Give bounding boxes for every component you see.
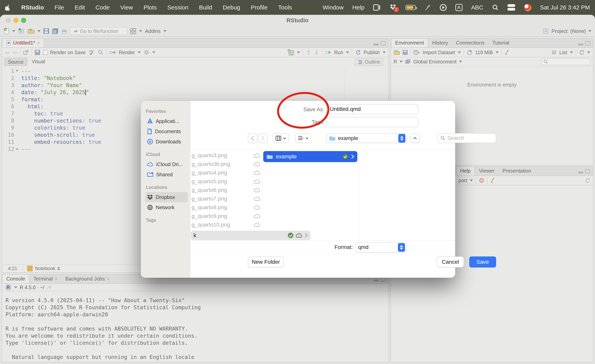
- forward-icon[interactable]: ⇨: [12, 49, 17, 56]
- menu-item-plots[interactable]: Plots: [143, 4, 157, 11]
- fold-up-icon[interactable]: [16, 148, 19, 150]
- up-folder-button[interactable]: [410, 134, 420, 143]
- menu-item-session[interactable]: Session: [167, 4, 188, 11]
- file-row[interactable]: g_quarto7.png!: [190, 194, 262, 203]
- file-row[interactable]: g_quarto8.png!: [190, 203, 262, 212]
- refresh-caret[interactable]: [587, 51, 590, 53]
- save-icon[interactable]: [43, 28, 49, 34]
- global-environment-caret[interactable]: [459, 61, 462, 63]
- menu-clock[interactable]: Sat Jul 26 3:42 PM: [540, 4, 590, 11]
- import-dataset-button[interactable]: Import Dataset: [423, 50, 455, 55]
- memory-usage-label[interactable]: 119 MiB: [475, 50, 493, 55]
- colorful-app-icon[interactable]: [524, 4, 531, 11]
- run-caret[interactable]: [346, 51, 349, 53]
- language-caret[interactable]: [399, 61, 403, 63]
- tab-presentation[interactable]: Presentation: [498, 166, 535, 176]
- environment-minmax[interactable]: [578, 41, 590, 45]
- panes-caret[interactable]: [139, 30, 142, 32]
- settings-caret[interactable]: [152, 51, 155, 53]
- sidecar-icon[interactable]: [373, 4, 381, 11]
- refresh-icon[interactable]: [579, 50, 584, 55]
- run-icon[interactable]: [325, 50, 331, 55]
- tab-console[interactable]: Console: [2, 274, 29, 283]
- save-all-icon[interactable]: [52, 28, 58, 34]
- env-open-icon[interactable]: [394, 50, 400, 55]
- tab-help[interactable]: Help: [456, 166, 475, 176]
- format-selector[interactable]: qmd: [355, 242, 407, 252]
- addins-button[interactable]: Addins: [145, 28, 161, 34]
- render-caret[interactable]: [138, 51, 141, 53]
- cancel-button[interactable]: Cancel: [437, 257, 464, 267]
- group-view-button[interactable]: [295, 134, 311, 143]
- tab-tutorial[interactable]: Tutorial: [488, 38, 513, 48]
- remove-plot-icon[interactable]: [479, 178, 484, 183]
- project-selector[interactable]: R Project: (None): [542, 28, 591, 35]
- console-share-arrow-icon[interactable]: [46, 285, 52, 290]
- find-icon[interactable]: [98, 50, 103, 55]
- control-center-icon[interactable]: [507, 4, 515, 11]
- menu-item-file[interactable]: File: [55, 4, 64, 11]
- sidebar-item-applicati[interactable]: Applicati...: [145, 116, 188, 126]
- path-selector[interactable]: example: [326, 134, 407, 143]
- current-folder-row[interactable]: k !: [191, 231, 311, 240]
- clear-broom-icon[interactable]: [505, 50, 510, 55]
- new-folder-button[interactable]: New Folder: [248, 257, 284, 267]
- tab-terminal[interactable]: Terminal×: [29, 274, 61, 283]
- publish-icon[interactable]: [355, 50, 361, 55]
- memory-caret[interactable]: [496, 51, 499, 53]
- mode-tab-source[interactable]: Source: [4, 58, 27, 66]
- spellcheck-icon[interactable]: ABC: [88, 49, 95, 56]
- doc-type-selector[interactable]: Notebook: [35, 266, 55, 271]
- back-icon[interactable]: ⇦: [5, 49, 10, 56]
- new-file-icon[interactable]: [4, 28, 9, 35]
- render-on-save-toggle[interactable]: Render on Save: [43, 50, 86, 55]
- publish-caret[interactable]: [382, 51, 386, 53]
- global-environment-selector[interactable]: Global Environment: [413, 59, 457, 64]
- menu-item-view[interactable]: View: [120, 4, 133, 11]
- input-source-label[interactable]: ABC: [471, 4, 483, 11]
- menu-item-profile[interactable]: Profile: [251, 4, 268, 11]
- sidebar-item-downloads[interactable]: Downloads: [145, 136, 188, 147]
- save-as-input[interactable]: Untitled.qmd: [326, 104, 418, 114]
- new-project-icon[interactable]: R: [18, 28, 25, 35]
- sidebar-item-iclouddri[interactable]: iCloud Dri...: [145, 159, 188, 169]
- file-row[interactable]: g_quarto5.png!: [190, 177, 262, 186]
- help-refresh-icon[interactable]: [585, 178, 590, 183]
- new-file-caret[interactable]: [12, 30, 15, 32]
- tab-environment[interactable]: Environment: [391, 38, 428, 48]
- forward-button[interactable]: [258, 134, 268, 143]
- file-row[interactable]: g_quarto6.png!: [190, 186, 262, 194]
- insert-chunk-icon[interactable]: C: [287, 49, 294, 56]
- close-tab-icon[interactable]: ×: [55, 276, 57, 282]
- list-view-button[interactable]: List: [559, 50, 567, 55]
- back-button[interactable]: [248, 134, 257, 143]
- menu-item-edit[interactable]: Edit: [75, 4, 85, 11]
- column-view-button[interactable]: [273, 134, 289, 143]
- render-settings-gear-icon[interactable]: [143, 50, 149, 55]
- outline-button[interactable]: Outline: [354, 58, 383, 66]
- import-dataset-caret[interactable]: [458, 51, 461, 53]
- source-minmax[interactable]: [374, 41, 386, 45]
- tab-history[interactable]: History: [428, 38, 452, 48]
- menu-item-code[interactable]: Code: [95, 4, 110, 11]
- go-prev-chunk-icon[interactable]: ⇧: [306, 49, 311, 56]
- export-caret[interactable]: [470, 179, 473, 181]
- tab-background-jobs[interactable]: Background Jobs×: [61, 274, 113, 283]
- dropbox-menu-icon[interactable]: 2: [389, 4, 397, 11]
- tab-untitled1[interactable]: Untitled1* ×: [2, 38, 44, 48]
- tags-input[interactable]: [326, 117, 418, 127]
- publish-button[interactable]: Publish: [364, 50, 380, 55]
- go-next-chunk-icon[interactable]: ⇩: [314, 49, 319, 56]
- menu-item-debug[interactable]: Debug: [223, 4, 240, 11]
- help-minmax[interactable]: [578, 169, 590, 173]
- spotlight-icon[interactable]: [492, 4, 499, 11]
- save-doc-icon[interactable]: [35, 50, 40, 55]
- file-row[interactable]: g_quarto10.png!: [190, 221, 262, 229]
- mode-tab-visual[interactable]: Visual: [28, 58, 49, 66]
- popout-icon[interactable]: [23, 50, 29, 55]
- dialog-search-box[interactable]: Search: [437, 133, 496, 143]
- render-icon[interactable]: [109, 50, 116, 55]
- battery-icon[interactable]: [405, 5, 416, 10]
- close-tab-icon[interactable]: ×: [37, 40, 40, 46]
- insert-chunk-caret[interactable]: [297, 51, 300, 53]
